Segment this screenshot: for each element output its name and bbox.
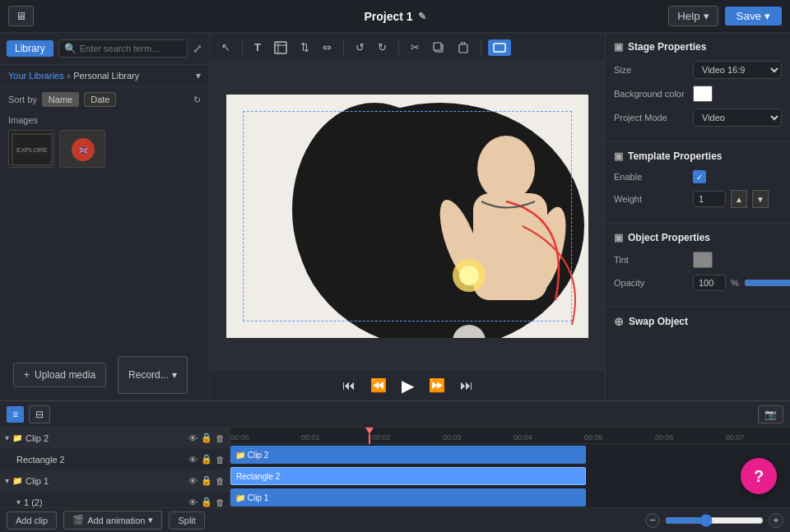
add-clip-button[interactable]: Add clip <box>7 511 57 530</box>
object-collapse-icon[interactable]: ▣ <box>614 232 623 243</box>
rectangle2-eye[interactable]: 👁 <box>188 455 198 465</box>
split-button[interactable]: Split <box>169 511 204 530</box>
widescreen-button[interactable] <box>488 39 511 56</box>
svg-text:🇬🇧: 🇬🇧 <box>79 146 89 155</box>
clip2-name: Clip 2 <box>26 433 185 443</box>
add-anim-chevron: ▾ <box>148 515 153 525</box>
skip-forward-button[interactable]: ⏭ <box>460 378 473 393</box>
timeline-footer: Add clip 🎬 Add animation ▾ Split − + <box>0 507 790 532</box>
upload-icon: + <box>24 369 30 381</box>
swap-plus-icon[interactable]: ⊕ <box>614 315 624 328</box>
clip2-eye[interactable]: 👁 <box>188 433 198 443</box>
copy-button[interactable] <box>428 39 449 57</box>
library-tab[interactable]: Library <box>7 40 53 57</box>
zoom-slider[interactable] <box>665 514 764 527</box>
rewind-button[interactable]: ⏪ <box>370 377 387 393</box>
enable-checkbox[interactable]: ✓ <box>693 170 706 183</box>
clip-bar-clip1[interactable]: 📁 Clip 1 <box>230 488 586 507</box>
upload-media-button[interactable]: + Upload media <box>13 363 106 387</box>
clip1-name: Clip 1 <box>26 476 185 486</box>
expand-icon[interactable]: ⤢ <box>193 42 202 55</box>
clip1-chevron[interactable]: ▾ <box>5 476 9 485</box>
search-input[interactable] <box>80 44 182 53</box>
paste-button[interactable] <box>453 39 474 57</box>
object-properties-title: Object Properties <box>628 232 710 243</box>
timeline-camera-button[interactable]: 📷 <box>758 405 783 423</box>
clip1-eye[interactable]: 👁 <box>188 476 198 486</box>
svg-point-13 <box>292 103 457 317</box>
percent-label: % <box>731 278 739 288</box>
clip-bar-clip2[interactable]: 📁 Clip 2 <box>230 446 586 464</box>
1-2-chevron[interactable]: ▾ <box>16 497 21 507</box>
tint-swatch[interactable] <box>693 252 713 268</box>
image-thumb-2[interactable]: 🇬🇧 <box>59 130 105 168</box>
cut-button[interactable]: ✂ <box>406 38 425 57</box>
play-button[interactable]: ▶ <box>402 376 414 396</box>
arrange-tool-button[interactable]: ⇅ <box>295 38 314 57</box>
fast-forward-button[interactable]: ⏩ <box>429 377 445 393</box>
save-button[interactable]: Save ▾ <box>725 7 782 25</box>
track-clip2: ▾ 📁 Clip 2 👁 🔒 🗑 <box>0 428 230 449</box>
rectangle2-lock[interactable]: 🔒 <box>201 454 212 465</box>
size-select[interactable]: Video 16:9 <box>693 61 782 79</box>
bg-color-swatch[interactable] <box>693 86 713 102</box>
track-clip1: ▾ 📁 Clip 1 👁 🔒 🗑 <box>0 470 230 492</box>
clip1-del[interactable]: 🗑 <box>216 476 225 486</box>
media-tool-button[interactable] <box>269 38 292 58</box>
enable-label: Enable <box>614 172 688 182</box>
clip2-chevron[interactable]: ▾ <box>5 433 9 442</box>
clip-bar-rectangle2[interactable]: Rectangle 2 <box>230 467 586 485</box>
library-chevron[interactable]: ▾ <box>196 70 201 81</box>
redo-button[interactable]: ↻ <box>373 38 392 57</box>
clip1-lock[interactable]: 🔒 <box>201 475 212 486</box>
timeline-body: ▾ 📁 Clip 2 👁 🔒 🗑 Rectangle 2 👁 🔒 🗑 <box>0 428 790 507</box>
zoom-in-button[interactable]: + <box>769 513 783 528</box>
project-mode-row: Project Mode Video <box>614 109 782 127</box>
add-animation-button[interactable]: 🎬 Add animation ▾ <box>63 511 162 530</box>
help-fab[interactable]: ? <box>741 458 777 494</box>
zoom-out-button[interactable]: − <box>645 513 660 528</box>
weight-stepper-up[interactable]: ▲ <box>731 190 747 208</box>
select-tool-button[interactable]: ↖ <box>216 38 235 57</box>
weight-input[interactable]: 1 <box>693 191 726 207</box>
1-2-lock[interactable]: 🔒 <box>201 497 212 507</box>
weight-label: Weight <box>614 194 688 204</box>
timeline-view-list-button[interactable]: ≡ <box>7 406 24 423</box>
image-thumb-1[interactable]: EXPLORE <box>8 130 54 168</box>
opacity-input[interactable]: 100 <box>693 275 726 291</box>
undo-button[interactable]: ↺ <box>351 38 369 57</box>
refresh-icon[interactable]: ↻ <box>193 95 201 105</box>
1-2-del[interactable]: 🗑 <box>216 497 225 507</box>
ruler-mark-7: 00:07 <box>726 433 745 442</box>
record-button[interactable]: Record... ▾ <box>118 356 188 394</box>
template-collapse-icon[interactable]: ▣ <box>614 150 623 162</box>
ruler-mark-6: 00:06 <box>655 433 674 442</box>
sort-name-button[interactable]: Name <box>42 92 79 107</box>
images-section-label: Images <box>0 112 209 130</box>
help-button[interactable]: Help ▾ <box>668 6 718 26</box>
weight-stepper-down[interactable]: ▼ <box>752 190 769 208</box>
project-title-area: Project 1 ✎ <box>364 10 425 23</box>
1-2-eye[interactable]: 👁 <box>188 497 198 507</box>
opacity-slider[interactable] <box>744 276 790 289</box>
video-controls: ⏮ ⏪ ▶ ⏩ ⏭ <box>210 369 605 400</box>
clip2-lock[interactable]: 🔒 <box>201 433 212 443</box>
monitor-button[interactable]: 🖥 <box>8 6 34 26</box>
canvas-preview[interactable]: a story made with moovly <box>226 95 588 338</box>
text-tool-button[interactable]: T <box>249 38 266 57</box>
rectangle2-del[interactable]: 🗑 <box>216 455 225 465</box>
timeline-view-compact-button[interactable]: ⊟ <box>29 405 50 423</box>
template-properties-section: ▣ Template Properties Enable ✓ Weight 1 … <box>606 142 790 224</box>
images-grid: EXPLORE 🇬🇧 <box>0 130 209 168</box>
project-mode-select[interactable]: Video <box>693 109 782 127</box>
skip-back-button[interactable]: ⏮ <box>342 378 356 393</box>
transform-tool-button[interactable]: ⇔ <box>318 38 337 57</box>
clip2-del[interactable]: 🗑 <box>216 433 225 443</box>
sort-date-button[interactable]: Date <box>84 92 116 107</box>
svg-rect-6 <box>275 42 286 53</box>
swap-object-title: Swap Object <box>629 316 688 327</box>
canvas-area: a story made with moovly <box>210 62 605 369</box>
edit-title-icon[interactable]: ✎ <box>418 11 426 22</box>
ruler-mark-5: 00:05 <box>584 433 603 442</box>
stage-collapse-icon[interactable]: ▣ <box>614 41 623 53</box>
